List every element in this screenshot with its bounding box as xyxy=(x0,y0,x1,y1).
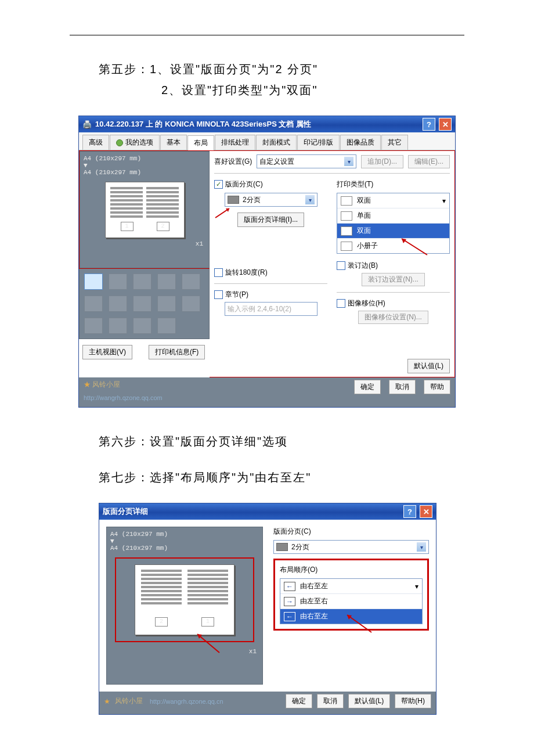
paper-from: A4 (210x297 mm) xyxy=(110,531,259,538)
cancel-button[interactable]: 取消 xyxy=(389,380,416,394)
tab-other[interactable]: 其它 xyxy=(381,135,408,150)
window-title: 版面分页详细 xyxy=(103,506,148,517)
tab-cover[interactable]: 封面模式 xyxy=(256,135,297,150)
bind-label: 装订边(B) xyxy=(348,261,378,269)
arrow-left-icon: ← xyxy=(284,612,295,621)
step5-text: 第五步：1、设置"版面分页"为"2 分页" 2、设置"打印类型"为"双面" xyxy=(99,59,534,100)
fav-select[interactable]: 自定义设置▾ xyxy=(257,154,356,168)
layout-select[interactable]: 2分页▾ xyxy=(273,540,429,554)
ok-button[interactable]: 确定 xyxy=(286,694,312,708)
zoom-label: x1 xyxy=(110,648,259,655)
printer-info-button[interactable]: 打印机信息(F) xyxy=(149,345,205,359)
tool-icon[interactable] xyxy=(84,318,103,334)
simplex-icon xyxy=(341,211,352,221)
preview-column: A4 (210x297 mm) ▼ A4 (210x297 mm) 1 2 x1 xyxy=(79,150,210,377)
page-preview: 1 2 xyxy=(105,182,185,238)
bind-checkbox[interactable] xyxy=(337,261,345,270)
settings-panel: 版面分页(C) 2分页▾ 布局顺序(O) ←由右至左▾ →由左至右 ←由右至左 xyxy=(273,527,429,685)
chevron-down-icon: ▾ xyxy=(344,157,353,166)
paper-to: A4 (210x297 mm) xyxy=(110,545,259,552)
tool-icon[interactable] xyxy=(84,296,103,312)
layout-select[interactable]: 2分页▾ xyxy=(225,193,317,207)
tab-quality[interactable]: 图像品质 xyxy=(340,135,381,150)
tool-icon[interactable] xyxy=(157,296,176,312)
help-icon[interactable]: ? xyxy=(423,118,435,131)
tool-icon[interactable] xyxy=(133,296,151,312)
tool-icon[interactable] xyxy=(182,273,200,290)
tab-finish[interactable]: 排纸处理 xyxy=(215,135,255,150)
tool-icon[interactable] xyxy=(109,318,127,334)
person-icon xyxy=(116,139,123,146)
chevron-down-icon: ▾ xyxy=(417,542,426,552)
chevron-down-icon: ▾ xyxy=(442,197,446,205)
booklet-icon xyxy=(341,242,352,251)
default-button[interactable]: 默认值(L) xyxy=(407,359,450,373)
ok-button[interactable]: 确定 xyxy=(354,380,381,394)
svg-marker-1 xyxy=(226,208,229,212)
tool-icon[interactable] xyxy=(182,296,200,312)
chapter-label: 章节(P) xyxy=(225,290,248,298)
rotate-checkbox[interactable] xyxy=(214,268,223,277)
paper-from: A4 (210x297 mm) xyxy=(84,155,205,162)
paper-to: A4 (210x297 mm) xyxy=(84,169,205,176)
titlebar[interactable]: 版面分页详细 ? ✕ xyxy=(99,503,436,520)
page-preview: 2 1 xyxy=(135,564,234,635)
default-button[interactable]: 默认值(L) xyxy=(348,694,391,708)
duplex-icon xyxy=(341,226,352,236)
imageshift-checkbox[interactable] xyxy=(337,299,345,308)
add-button[interactable]: 追加(D)... xyxy=(361,155,403,168)
tool-icon[interactable] xyxy=(157,318,176,334)
rotate-label: 旋转180度(R) xyxy=(225,268,268,276)
zoom-label: x1 xyxy=(84,240,205,247)
print-type-label: 打印类型(T) xyxy=(337,179,450,189)
help-icon[interactable]: ? xyxy=(403,505,416,518)
order-label: 布局顺序(O) xyxy=(280,565,423,575)
tab-advanced[interactable]: 高级 xyxy=(82,135,109,150)
fav-label: 喜好设置(G) xyxy=(214,157,252,167)
tool-icon[interactable] xyxy=(84,273,103,290)
titlebar[interactable]: 🖨️ 10.42.220.137 上 的 KONICA MINOLTA 423S… xyxy=(79,116,455,132)
host-view-button[interactable]: 主机视图(V) xyxy=(82,345,132,359)
step5-line2: 2、设置"打印类型"为"双面" xyxy=(99,80,534,100)
cancel-button[interactable]: 取消 xyxy=(317,694,344,708)
imageshift-setting-button: 图像移位设置(N)... xyxy=(358,311,428,324)
preview-panel: A4 (210x297 mm) ▼ A4 (210x297 mm) 2 1 x1 xyxy=(106,527,263,685)
layout-detail-button[interactable]: 版面分页详细(I)... xyxy=(237,213,304,227)
layout-checkbox[interactable] xyxy=(214,180,223,189)
duplex-icon xyxy=(341,196,352,206)
tab-basic[interactable]: 基本 xyxy=(160,135,187,150)
window-title: 10.42.220.137 上 的 KONICA MINOLTA 423Seri… xyxy=(95,119,311,129)
edit-button[interactable]: 编辑(E)... xyxy=(408,155,450,168)
chapter-input: 输入示例 2,4,6-10(2) xyxy=(225,302,317,316)
order-dropdown[interactable]: ←由右至左▾ →由左至右 ←由右至左 xyxy=(280,578,423,624)
tab-stamp[interactable]: 印记/排版 xyxy=(297,135,340,150)
tool-icon[interactable] xyxy=(133,273,151,290)
tab-myoptions[interactable]: 我的选项 xyxy=(110,135,160,150)
tab-layout[interactable]: 布局 xyxy=(187,135,214,150)
close-icon[interactable]: ✕ xyxy=(420,505,432,518)
layout-check-label: 版面分页(C) xyxy=(225,180,263,188)
tool-icon[interactable] xyxy=(109,273,127,290)
order-group: 布局顺序(O) ←由右至左▾ →由左至右 ←由右至左 xyxy=(273,559,429,631)
watermark-url: http://wangrh.qzone.qq.com xyxy=(84,394,450,401)
tab-bar: 高级 我的选项 基本 布局 排纸处理 封面模式 印记/排版 图像品质 其它 xyxy=(79,132,455,150)
help-button[interactable]: 帮助(H) xyxy=(395,694,431,708)
header-rule xyxy=(70,35,464,35)
watermark-url: http://wangrh.qzone.qq.cn xyxy=(150,698,223,705)
help-button[interactable]: 帮助 xyxy=(424,380,450,394)
chevron-down-icon: ▾ xyxy=(305,195,315,204)
settings-panel: 喜好设置(G) 自定义设置▾ 追加(D)... 编辑(E)... 版面分页(C)… xyxy=(210,150,455,377)
step5-line1: 第五步：1、设置"版面分页"为"2 分页" xyxy=(99,59,534,80)
tool-icon[interactable] xyxy=(157,273,176,290)
print-type-dropdown[interactable]: 双面▾ 单面 双面 小册子 xyxy=(337,193,450,254)
chapter-checkbox[interactable] xyxy=(214,290,223,299)
close-icon[interactable]: ✕ xyxy=(439,118,452,131)
paper-info: A4 (210x297 mm) ▼ A4 (210x297 mm) 1 2 x1 xyxy=(80,151,210,268)
tool-icon[interactable] xyxy=(109,296,127,312)
tool-icon[interactable] xyxy=(133,318,151,334)
step7-text: 第七步：选择"布局顺序"为"由右至左" xyxy=(99,467,534,488)
layout-detail-dialog: 版面分页详细 ? ✕ A4 (210x297 mm) ▼ A4 (210x297… xyxy=(99,503,436,715)
app-icon: 🖨️ xyxy=(82,120,92,129)
pages-icon xyxy=(276,543,288,551)
watermark: ★ 风铃小屋 http://wangrh.qzone.qq.cn 确定 取消 默… xyxy=(99,692,436,714)
